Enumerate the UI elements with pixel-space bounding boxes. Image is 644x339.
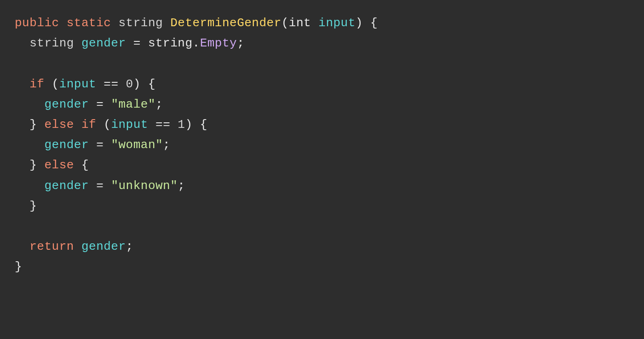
keyword-if: if	[29, 77, 44, 91]
paren-close: )	[356, 16, 363, 30]
brace-close: }	[29, 118, 37, 132]
operator-assign: =	[133, 36, 141, 50]
brace-open: {	[81, 158, 89, 172]
operator-assign: =	[96, 98, 104, 111]
brace-close: }	[15, 260, 22, 274]
keyword-else: else	[44, 158, 74, 172]
variable-gender: gender	[44, 98, 89, 111]
operator-equals: ==	[104, 77, 118, 91]
function-name: DetermineGender	[170, 16, 282, 30]
type-string: string	[29, 36, 74, 50]
string-literal: "male"	[111, 98, 155, 111]
keyword-if: if	[81, 118, 96, 132]
param-type: int	[289, 16, 311, 30]
semicolon: ;	[126, 240, 133, 253]
paren-close: )	[185, 118, 192, 132]
paren-open: (	[282, 16, 289, 30]
keyword-static: static	[67, 16, 111, 30]
operator-assign: =	[96, 138, 104, 152]
string-literal: "woman"	[111, 138, 163, 152]
param-name: input	[318, 16, 356, 30]
keyword-else: else	[44, 118, 74, 132]
semicolon: ;	[237, 36, 244, 50]
semicolon: ;	[163, 138, 170, 152]
paren-open: (	[104, 118, 111, 132]
object-string: string	[148, 36, 193, 50]
variable-gender: gender	[44, 138, 89, 152]
variable-gender: gender	[44, 179, 89, 193]
type-string: string	[118, 16, 163, 30]
variable-gender: gender	[81, 240, 126, 253]
brace-close: }	[29, 199, 37, 213]
variable-input: input	[111, 118, 148, 132]
string-literal: "unknown"	[111, 179, 178, 193]
number-literal: 0	[126, 77, 133, 91]
paren-close: )	[133, 77, 141, 91]
dot: .	[193, 36, 200, 50]
semicolon: ;	[155, 98, 163, 111]
operator-equals: ==	[155, 118, 170, 132]
variable-input: input	[59, 77, 97, 91]
operator-assign: =	[96, 179, 104, 193]
brace-open: {	[148, 77, 155, 91]
variable-gender: gender	[81, 36, 126, 50]
keyword-return: return	[29, 240, 74, 253]
code-block: public static string DetermineGender(int…	[15, 13, 629, 277]
brace-open: {	[370, 16, 378, 30]
semicolon: ;	[178, 179, 185, 193]
brace-close: }	[29, 158, 37, 172]
paren-open: (	[52, 77, 59, 91]
number-literal: 1	[178, 118, 185, 132]
keyword-public: public	[15, 16, 59, 30]
property-empty: Empty	[200, 36, 237, 50]
brace-open: {	[200, 118, 207, 132]
